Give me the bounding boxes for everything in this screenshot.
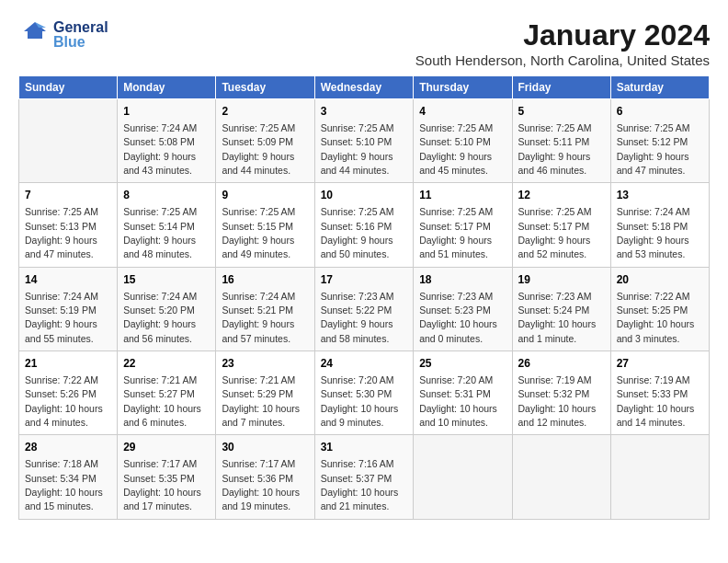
page-header: General Blue January 2024 South Henderso… (18, 18, 710, 68)
day-number: 7 (25, 188, 111, 203)
day-header-friday: Friday (512, 76, 610, 99)
day-info: Sunrise: 7:24 AMSunset: 5:18 PMDaylight:… (617, 206, 690, 259)
calendar-cell: 3 Sunrise: 7:25 AMSunset: 5:10 PMDayligh… (314, 99, 414, 183)
svg-marker-0 (24, 22, 46, 39)
day-number: 25 (419, 356, 506, 372)
day-info: Sunrise: 7:21 AMSunset: 5:29 PMDaylight:… (222, 374, 300, 428)
day-header-tuesday: Tuesday (216, 76, 314, 99)
logo-blue: Blue (53, 35, 108, 50)
day-info: Sunrise: 7:18 AMSunset: 5:34 PMDaylight:… (25, 458, 103, 511)
calendar-cell: 13 Sunrise: 7:24 AMSunset: 5:18 PMDaylig… (610, 183, 709, 267)
calendar-week-5: 28 Sunrise: 7:18 AMSunset: 5:34 PMDaylig… (19, 435, 710, 519)
day-number: 9 (222, 188, 308, 203)
day-number: 29 (123, 440, 210, 455)
page-subtitle: South Henderson, North Carolina, United … (415, 52, 710, 68)
day-number: 30 (222, 440, 308, 455)
calendar-cell: 20 Sunrise: 7:22 AMSunset: 5:25 PMDaylig… (610, 267, 709, 350)
day-number: 16 (222, 272, 308, 288)
day-number: 2 (222, 104, 308, 120)
calendar-cell (610, 435, 709, 519)
logo: General Blue (18, 18, 108, 52)
day-number: 10 (321, 188, 408, 203)
calendar-cell (19, 99, 118, 183)
day-number: 31 (321, 440, 408, 455)
day-info: Sunrise: 7:16 AMSunset: 5:37 PMDaylight:… (321, 458, 399, 511)
day-number: 21 (25, 356, 111, 372)
day-number: 1 (123, 104, 210, 120)
calendar-cell: 15 Sunrise: 7:24 AMSunset: 5:20 PMDaylig… (118, 267, 216, 350)
day-number: 20 (617, 272, 703, 288)
day-info: Sunrise: 7:19 AMSunset: 5:32 PMDaylight:… (518, 374, 597, 428)
day-info: Sunrise: 7:24 AMSunset: 5:08 PMDaylight:… (123, 122, 197, 176)
calendar-cell: 25 Sunrise: 7:20 AMSunset: 5:31 PMDaylig… (414, 351, 512, 435)
day-info: Sunrise: 7:25 AMSunset: 5:10 PMDaylight:… (321, 122, 394, 176)
calendar-cell: 29 Sunrise: 7:17 AMSunset: 5:35 PMDaylig… (118, 435, 216, 519)
calendar-cell: 5 Sunrise: 7:25 AMSunset: 5:11 PMDayligh… (512, 99, 610, 183)
calendar-cell: 1 Sunrise: 7:24 AMSunset: 5:08 PMDayligh… (118, 99, 216, 183)
calendar-cell: 16 Sunrise: 7:24 AMSunset: 5:21 PMDaylig… (216, 267, 314, 350)
calendar-cell: 4 Sunrise: 7:25 AMSunset: 5:10 PMDayligh… (414, 99, 512, 183)
day-info: Sunrise: 7:17 AMSunset: 5:35 PMDaylight:… (123, 458, 201, 511)
calendar-week-1: 1 Sunrise: 7:24 AMSunset: 5:08 PMDayligh… (19, 99, 710, 183)
day-info: Sunrise: 7:25 AMSunset: 5:17 PMDaylight:… (419, 206, 493, 259)
day-number: 5 (518, 104, 605, 120)
day-number: 15 (123, 272, 210, 288)
day-info: Sunrise: 7:23 AMSunset: 5:24 PMDaylight:… (518, 291, 597, 344)
day-number: 26 (518, 356, 605, 372)
day-number: 17 (321, 272, 408, 288)
day-info: Sunrise: 7:22 AMSunset: 5:25 PMDaylight:… (617, 291, 695, 344)
day-number: 22 (123, 356, 210, 372)
day-header-monday: Monday (118, 76, 216, 99)
calendar-cell: 22 Sunrise: 7:21 AMSunset: 5:27 PMDaylig… (118, 351, 216, 435)
calendar-cell: 8 Sunrise: 7:25 AMSunset: 5:14 PMDayligh… (118, 183, 216, 267)
calendar-cell: 11 Sunrise: 7:25 AMSunset: 5:17 PMDaylig… (414, 183, 512, 267)
day-info: Sunrise: 7:20 AMSunset: 5:30 PMDaylight:… (321, 374, 399, 428)
day-info: Sunrise: 7:25 AMSunset: 5:17 PMDaylight:… (518, 206, 592, 259)
day-number: 24 (321, 356, 408, 372)
day-info: Sunrise: 7:25 AMSunset: 5:16 PMDaylight:… (321, 206, 394, 259)
day-number: 19 (518, 272, 605, 288)
day-info: Sunrise: 7:24 AMSunset: 5:21 PMDaylight:… (222, 291, 295, 344)
calendar-header-row: SundayMondayTuesdayWednesdayThursdayFrid… (19, 76, 710, 99)
day-number: 11 (419, 188, 506, 203)
day-number: 23 (222, 356, 308, 372)
day-header-saturday: Saturday (610, 76, 709, 99)
calendar-cell: 6 Sunrise: 7:25 AMSunset: 5:12 PMDayligh… (610, 99, 709, 183)
page-title: January 2024 (415, 18, 710, 52)
day-info: Sunrise: 7:25 AMSunset: 5:14 PMDaylight:… (123, 206, 197, 259)
title-block: January 2024 South Henderson, North Caro… (415, 18, 710, 68)
calendar-cell: 17 Sunrise: 7:23 AMSunset: 5:22 PMDaylig… (314, 267, 414, 350)
calendar-cell (414, 435, 512, 519)
day-info: Sunrise: 7:23 AMSunset: 5:22 PMDaylight:… (321, 291, 394, 344)
day-number: 28 (25, 440, 111, 455)
calendar-cell: 31 Sunrise: 7:16 AMSunset: 5:37 PMDaylig… (314, 435, 414, 519)
logo-general: General (53, 20, 108, 35)
day-number: 3 (321, 104, 408, 120)
day-number: 6 (617, 104, 703, 120)
day-info: Sunrise: 7:25 AMSunset: 5:11 PMDaylight:… (518, 122, 592, 176)
day-info: Sunrise: 7:24 AMSunset: 5:20 PMDaylight:… (123, 291, 197, 344)
calendar-week-4: 21 Sunrise: 7:22 AMSunset: 5:26 PMDaylig… (19, 351, 710, 435)
calendar-cell: 26 Sunrise: 7:19 AMSunset: 5:32 PMDaylig… (512, 351, 610, 435)
day-info: Sunrise: 7:20 AMSunset: 5:31 PMDaylight:… (419, 374, 497, 428)
day-info: Sunrise: 7:24 AMSunset: 5:19 PMDaylight:… (25, 291, 98, 344)
calendar-week-2: 7 Sunrise: 7:25 AMSunset: 5:13 PMDayligh… (19, 183, 710, 267)
day-info: Sunrise: 7:25 AMSunset: 5:12 PMDaylight:… (617, 122, 690, 176)
calendar-cell: 21 Sunrise: 7:22 AMSunset: 5:26 PMDaylig… (19, 351, 118, 435)
logo-text: General Blue (53, 20, 108, 50)
calendar-cell: 19 Sunrise: 7:23 AMSunset: 5:24 PMDaylig… (512, 267, 610, 350)
calendar-cell: 10 Sunrise: 7:25 AMSunset: 5:16 PMDaylig… (314, 183, 414, 267)
day-info: Sunrise: 7:21 AMSunset: 5:27 PMDaylight:… (123, 374, 201, 428)
day-header-sunday: Sunday (19, 76, 118, 99)
day-number: 13 (617, 188, 703, 203)
calendar-cell: 2 Sunrise: 7:25 AMSunset: 5:09 PMDayligh… (216, 99, 314, 183)
day-info: Sunrise: 7:25 AMSunset: 5:10 PMDaylight:… (419, 122, 493, 176)
day-number: 8 (123, 188, 210, 203)
day-header-thursday: Thursday (414, 76, 512, 99)
calendar-cell: 14 Sunrise: 7:24 AMSunset: 5:19 PMDaylig… (19, 267, 118, 350)
day-number: 12 (518, 188, 605, 203)
day-info: Sunrise: 7:25 AMSunset: 5:15 PMDaylight:… (222, 206, 295, 259)
day-number: 18 (419, 272, 506, 288)
calendar-cell: 23 Sunrise: 7:21 AMSunset: 5:29 PMDaylig… (216, 351, 314, 435)
day-info: Sunrise: 7:23 AMSunset: 5:23 PMDaylight:… (419, 291, 497, 344)
